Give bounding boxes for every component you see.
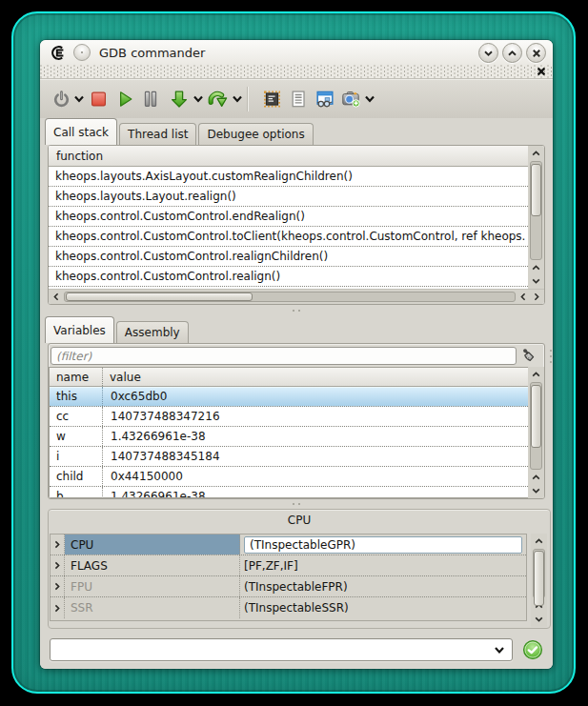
snapshot-add-button[interactable] <box>341 90 361 109</box>
variable-name: cc <box>50 407 103 426</box>
variables-table: name value this 0xc65db0 cc 140737488347… <box>49 367 528 498</box>
scrollbar-track[interactable] <box>530 382 542 470</box>
scroll-up-icon[interactable] <box>529 368 543 381</box>
variable-row[interactable]: w 1.43266961e-38 <box>50 427 528 447</box>
tab-debugee-options[interactable]: Debugee options <box>198 123 313 145</box>
scroll-down-icon[interactable] <box>532 613 546 626</box>
close-x-icon <box>532 49 541 58</box>
scroll-up-icon[interactable] <box>529 471 543 484</box>
callstack-tabbar: Call stack Thread list Debugee options <box>45 118 315 145</box>
expand-chevron-icon[interactable] <box>51 576 65 596</box>
scroll-up-icon[interactable] <box>529 261 543 274</box>
cpu-row-value: (TInspectableSSR) <box>240 597 526 618</box>
tab-assembly[interactable]: Assembly <box>116 321 189 343</box>
dock-client-area: Call stack Thread list Debugee options f… <box>40 118 553 669</box>
variables-vscrollbar[interactable] <box>528 367 544 498</box>
cpu-row-name: FPU <box>65 576 240 596</box>
scroll-down-icon[interactable] <box>529 484 543 497</box>
watch-window-button[interactable] <box>315 90 335 108</box>
scroll-left-icon[interactable] <box>50 291 63 303</box>
window-title: GDB commander <box>99 46 205 60</box>
variable-row[interactable]: child 0x44150000 <box>50 467 528 487</box>
combo-dropdown-icon[interactable] <box>487 646 512 655</box>
callstack-row[interactable]: kheops.control.CustomControl.realignChil… <box>49 247 528 267</box>
callstack-vscrollbar[interactable] <box>528 146 544 289</box>
pause-button[interactable] <box>143 91 158 108</box>
scrollbar-thumb[interactable] <box>531 164 541 216</box>
callstack-row[interactable]: kheops.control.CustomControl.toClient(kh… <box>49 227 528 247</box>
step-over-button[interactable] <box>207 89 229 109</box>
gdb-command-combobox[interactable] <box>50 638 513 661</box>
scroll-right-icon[interactable] <box>530 291 543 303</box>
toolbar-separator <box>247 87 249 111</box>
tab-call-stack[interactable]: Call stack <box>45 118 117 145</box>
scrollbar-track[interactable] <box>530 161 542 260</box>
power-dropdown-chevron[interactable] <box>73 94 85 103</box>
variable-row[interactable]: cc 140737488347216 <box>50 407 528 427</box>
callstack-row[interactable]: kheops.layouts.Layout.realign() <box>49 187 528 207</box>
callstack-header[interactable]: function <box>49 146 528 167</box>
callstack-header-function[interactable]: function <box>49 150 111 163</box>
close-button[interactable] <box>526 43 546 63</box>
variables-header-name[interactable]: name <box>50 368 103 386</box>
cpu-row-disabled[interactable]: FPU (TInspectableFPR) <box>51 576 526 597</box>
maximize-button[interactable] <box>502 43 522 63</box>
variable-name: i <box>50 447 103 466</box>
scrollbar-track[interactable] <box>533 549 545 598</box>
play-button[interactable] <box>116 90 134 108</box>
scroll-up-icon[interactable] <box>532 535 546 548</box>
callstack-row[interactable]: kheops.layouts.AxisLayout.customRealignC… <box>49 167 528 187</box>
variable-row[interactable]: i 140737488345184 <box>50 447 528 467</box>
send-command-button[interactable] <box>520 637 544 661</box>
cpu-vscrollbar[interactable] <box>531 534 547 627</box>
minimize-button[interactable] <box>478 43 498 63</box>
dock-float-button[interactable] <box>73 44 91 61</box>
scroll-up-icon[interactable] <box>529 147 543 160</box>
splitter-handle[interactable] <box>48 305 545 316</box>
scrollbar-thumb[interactable] <box>534 551 544 606</box>
scrollbar-track[interactable] <box>64 292 516 302</box>
expand-chevron-icon[interactable] <box>51 597 65 618</box>
tab-variables[interactable]: Variables <box>45 316 114 343</box>
variable-row[interactable]: b 1.43266961e-38 <box>50 487 528 498</box>
expand-chevron-icon[interactable] <box>51 555 65 575</box>
step-over-dropdown-chevron[interactable] <box>232 94 243 103</box>
cpu-row-selected[interactable]: CPU (TInspectableGPR) <box>51 535 526 555</box>
titlebar[interactable]: GDB commander <box>40 40 553 65</box>
expand-chevron-icon[interactable] <box>51 535 65 555</box>
snapshot-dropdown-chevron[interactable] <box>364 94 375 103</box>
variable-value: 0x44150000 <box>103 467 528 486</box>
dock-close-button[interactable] <box>536 66 547 77</box>
scrollbar-thumb[interactable] <box>66 292 253 301</box>
callstack-hscrollbar[interactable] <box>49 289 544 304</box>
debug-toolbar <box>40 78 553 118</box>
registers-list-button[interactable] <box>290 90 307 108</box>
variables-tabbar: Variables Assembly <box>45 316 191 343</box>
dock-titlebar[interactable] <box>40 65 553 78</box>
callstack-row-text: kheops.control.CustomControl.endRealign(… <box>49 210 312 223</box>
splitter-handle[interactable] <box>48 499 545 509</box>
scroll-left-icon[interactable] <box>517 291 530 303</box>
power-button[interactable] <box>52 90 71 108</box>
variable-value: 0xc65db0 <box>103 387 528 406</box>
dock-close-x-icon <box>537 67 546 76</box>
variable-row-selected[interactable]: this 0xc65db0 <box>50 387 528 407</box>
callstack-row[interactable]: kheops.control.CustomControl.realign() <box>49 267 528 287</box>
scrollbar-thumb[interactable] <box>531 385 541 448</box>
cpu-value-editor[interactable]: (TInspectableGPR) <box>244 536 522 554</box>
stop-button[interactable] <box>91 91 107 107</box>
step-button[interactable] <box>170 90 189 109</box>
resize-grip[interactable] <box>550 350 552 363</box>
callstack-row[interactable]: kheops.control.CustomControl.endRealign(… <box>49 207 528 227</box>
clear-filter-button[interactable] <box>517 347 542 366</box>
cpu-group-title: CPU <box>49 514 550 527</box>
cpu-row[interactable]: FLAGS [PF,ZF,IF] <box>51 555 526 576</box>
scroll-down-icon[interactable] <box>529 274 543 288</box>
cpu-row-disabled[interactable]: SSR (TInspectableSSR) <box>51 597 526 618</box>
step-dropdown-chevron[interactable] <box>193 94 204 103</box>
filter-input[interactable] <box>51 347 517 365</box>
tab-thread-list[interactable]: Thread list <box>119 123 196 145</box>
memory-view-button[interactable] <box>263 90 281 108</box>
variable-name: b <box>50 487 103 498</box>
variables-header-value[interactable]: value <box>103 368 528 386</box>
